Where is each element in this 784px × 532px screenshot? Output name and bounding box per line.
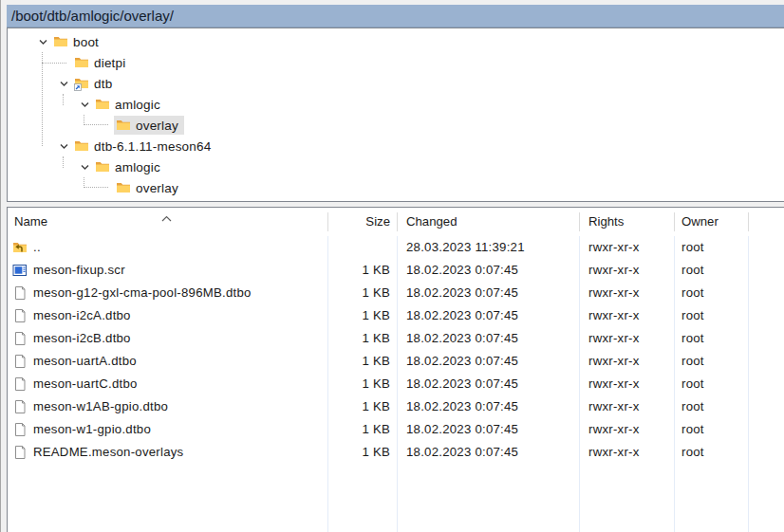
- owner-cell: root: [681, 441, 744, 464]
- file-manager-window: /boot/dtb/amlogic/overlay/ boot dietpi: [0, 0, 784, 532]
- file-row[interactable]: meson-i2cB.dtbo 1 KB 18.02.2023 0:07:45 …: [8, 327, 784, 350]
- chevron-down-icon[interactable]: [56, 139, 72, 153]
- chevron-down-icon[interactable]: [35, 35, 51, 48]
- header-divider[interactable]: [674, 212, 675, 231]
- file-name: meson-fixup.scr: [33, 259, 125, 282]
- name-cell: meson-w1-gpio.dtbo: [12, 418, 326, 441]
- header-divider[interactable]: [397, 212, 398, 231]
- name-cell: meson-fixup.scr: [12, 259, 326, 282]
- header-divider[interactable]: [579, 212, 580, 231]
- directory-tree-panel: boot dietpi dtb amlogic: [7, 28, 784, 202]
- file-row[interactable]: meson-g12-gxl-cma-pool-896MB.dtbo 1 KB 1…: [8, 282, 784, 304]
- folder-icon: [116, 118, 131, 133]
- file-name: README.meson-overlays: [33, 441, 183, 464]
- folder-icon: [74, 55, 89, 70]
- current-path: /boot/dtb/amlogic/overlay/: [11, 8, 174, 24]
- name-cell: meson-i2cB.dtbo: [12, 327, 326, 350]
- file-icon: [12, 399, 28, 414]
- rights-cell: rwxr-xr-x: [588, 259, 670, 282]
- folder-icon: [95, 159, 110, 174]
- tree-node-dietpi[interactable]: dietpi: [8, 52, 784, 73]
- changed-cell: 18.02.2023 0:07:45: [406, 418, 575, 441]
- column-header-rights[interactable]: Rights: [588, 212, 624, 231]
- chevron-down-icon[interactable]: [56, 77, 72, 90]
- tree-node-label: amlogic: [115, 98, 160, 112]
- file-row[interactable]: meson-uartC.dtbo 1 KB 18.02.2023 0:07:45…: [8, 373, 784, 395]
- file-row[interactable]: meson-fixup.scr 1 KB 18.02.2023 0:07:45 …: [8, 259, 784, 282]
- column-header-owner[interactable]: Owner: [681, 212, 719, 231]
- tree-node-content[interactable]: dietpi: [72, 53, 131, 72]
- file-row[interactable]: meson-w1-gpio.dtbo 1 KB 18.02.2023 0:07:…: [8, 418, 784, 441]
- owner-cell: root: [681, 327, 744, 350]
- tree-node-content[interactable]: amlogic: [93, 157, 166, 176]
- window-left-border: [0, 0, 1, 532]
- tree-node-content[interactable]: overlay: [114, 116, 184, 135]
- changed-cell: 18.02.2023 0:07:45: [406, 373, 575, 395]
- changed-cell: 18.02.2023 0:07:45: [406, 441, 575, 464]
- file-name: meson-uartC.dtbo: [33, 373, 138, 395]
- size-cell: 1 KB: [327, 304, 390, 327]
- tree-node-content[interactable]: dtb-6.1.11-meson64: [72, 137, 216, 156]
- chevron-placeholder: [56, 56, 72, 69]
- tree-node-label: dtb-6.1.11-meson64: [94, 139, 211, 154]
- header-divider[interactable]: [327, 212, 328, 231]
- chevron-down-icon[interactable]: [77, 160, 93, 174]
- header-divider[interactable]: [748, 212, 749, 231]
- file-name: ..: [33, 236, 41, 259]
- rights-cell: rwxr-xr-x: [588, 327, 670, 350]
- tree-node-overlay-selected[interactable]: overlay: [8, 115, 784, 136]
- name-cell: meson-uartA.dtbo: [12, 350, 326, 373]
- tree-node-content[interactable]: dtb: [72, 74, 118, 93]
- rights-cell: rwxr-xr-x: [588, 395, 670, 418]
- rights-cell: rwxr-xr-x: [588, 304, 670, 327]
- file-row[interactable]: meson-uartA.dtbo 1 KB 18.02.2023 0:07:45…: [8, 350, 784, 373]
- changed-cell: 18.02.2023 0:07:45: [406, 350, 575, 373]
- tree-node-label: amlogic: [115, 160, 160, 174]
- owner-cell: root: [681, 282, 744, 304]
- changed-cell: 18.02.2023 0:07:45: [406, 395, 575, 418]
- file-icon: [12, 422, 28, 437]
- tree-node-dtb-6-1-11-meson64[interactable]: dtb-6.1.11-meson64: [8, 136, 784, 156]
- tree-node-overlay-2[interactable]: overlay: [8, 177, 784, 198]
- owner-cell: root: [681, 236, 744, 259]
- name-cell: meson-i2cA.dtbo: [12, 304, 326, 327]
- column-header-size[interactable]: Size: [327, 212, 390, 231]
- size-cell: [327, 236, 390, 259]
- owner-cell: root: [681, 259, 744, 282]
- file-rows: .. 28.03.2023 11:39:21 rwxr-xr-x root me…: [8, 236, 784, 464]
- tree-node-boot[interactable]: boot: [8, 31, 784, 52]
- tree-node-content[interactable]: boot: [51, 32, 104, 51]
- tree-node-amlogic[interactable]: amlogic: [8, 94, 784, 115]
- tree-node-dtb[interactable]: dtb: [8, 73, 784, 94]
- changed-cell: 28.03.2023 11:39:21: [406, 236, 575, 259]
- tree-node-content[interactable]: amlogic: [93, 95, 166, 114]
- owner-cell: root: [681, 304, 744, 327]
- file-row[interactable]: meson-w1AB-gpio.dtbo 1 KB 18.02.2023 0:0…: [8, 395, 784, 418]
- file-icon: [12, 285, 28, 301]
- file-row[interactable]: meson-i2cA.dtbo 1 KB 18.02.2023 0:07:45 …: [8, 304, 784, 327]
- file-name: meson-w1AB-gpio.dtbo: [33, 395, 168, 418]
- path-bar[interactable]: /boot/dtb/amlogic/overlay/: [7, 5, 784, 28]
- name-cell: README.meson-overlays: [12, 441, 326, 464]
- file-list-panel: Name Size Changed Rights Owner .. 28.03.…: [7, 207, 784, 532]
- chevron-placeholder: [98, 119, 114, 132]
- column-header-name[interactable]: Name: [14, 212, 47, 231]
- size-cell: 1 KB: [327, 441, 390, 464]
- file-icon: [12, 445, 28, 460]
- tree-node-amlogic-2[interactable]: amlogic: [8, 156, 784, 177]
- tree-node-content[interactable]: overlay: [114, 178, 184, 197]
- name-cell: meson-g12-gxl-cma-pool-896MB.dtbo: [12, 282, 326, 304]
- tree-node-label: overlay: [136, 181, 178, 195]
- sort-ascending-icon: [160, 210, 173, 217]
- rights-cell: rwxr-xr-x: [588, 373, 670, 395]
- size-cell: 1 KB: [327, 282, 390, 304]
- file-icon: [12, 308, 28, 323]
- file-row-parent-dir[interactable]: .. 28.03.2023 11:39:21 rwxr-xr-x root: [8, 236, 784, 259]
- folder-icon: [95, 97, 110, 112]
- size-cell: 1 KB: [327, 418, 390, 441]
- file-row[interactable]: README.meson-overlays 1 KB 18.02.2023 0:…: [8, 441, 784, 464]
- parent-folder-icon: [12, 240, 28, 255]
- name-cell: meson-uartC.dtbo: [12, 373, 326, 395]
- column-header-changed[interactable]: Changed: [406, 212, 457, 231]
- chevron-down-icon[interactable]: [77, 98, 93, 111]
